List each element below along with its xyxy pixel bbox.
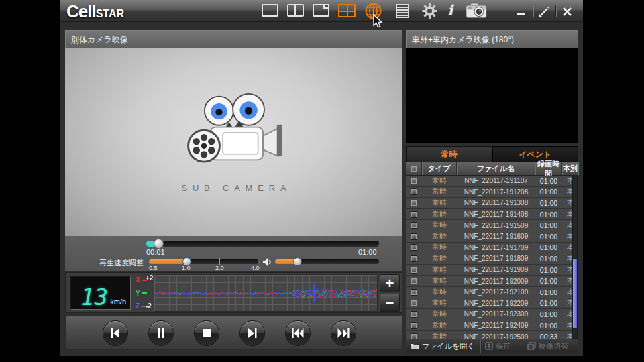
close-button[interactable] [558, 5, 576, 18]
layout-single-icon[interactable] [262, 4, 278, 17]
settings-gear-icon[interactable] [421, 3, 438, 19]
scrollbar-thumb[interactable] [573, 259, 577, 328]
resize-button[interactable] [535, 5, 553, 18]
speed-slider-fill [149, 259, 186, 264]
row-filename: NNF_220117-191609 [457, 233, 535, 240]
column-filename[interactable]: ファイル名 [457, 162, 535, 175]
speed-slider[interactable] [149, 259, 258, 264]
seek-slider-thumb[interactable] [154, 239, 164, 249]
table-row[interactable]: 常時 NNF_220117-191208 01:00 本 [406, 187, 578, 198]
row-checkbox[interactable] [411, 188, 417, 195]
logo-text-cell: Cell [66, 1, 96, 21]
layout-split-vertical-icon[interactable] [287, 4, 304, 17]
row-type: 常時 [422, 265, 457, 275]
row-checkbox[interactable] [411, 311, 417, 318]
column-type[interactable]: タイプ [422, 162, 457, 175]
row-duration: 01:00 [535, 299, 562, 307]
table-row[interactable]: 常時 NNF_220117-192509 00:33 本 [406, 331, 578, 339]
table-row[interactable]: 常時 NNF_220117-192009 01:00 本 [406, 276, 578, 287]
row-checkbox[interactable] [411, 211, 417, 218]
row-checkbox[interactable] [411, 222, 417, 229]
table-row[interactable]: 常時 NNF_220117-191509 01:00 本 [406, 220, 578, 231]
row-filename: NNF_220117-191809 [457, 255, 535, 262]
volume-slider[interactable] [275, 259, 379, 264]
table-row[interactable]: 常時 NNF_220117-191909 01:00 本 [406, 265, 578, 276]
table-row[interactable]: 常時 NNF_220117-191709 01:00 本 [406, 243, 578, 254]
row-type: 常時 [422, 254, 457, 263]
column-duration[interactable]: 録画時間 [535, 162, 562, 175]
row-checkbox[interactable] [411, 289, 417, 296]
row-checkbox[interactable] [411, 233, 417, 240]
row-checkbox[interactable] [411, 278, 417, 284]
row-checkbox[interactable] [411, 267, 417, 274]
pause-button[interactable] [148, 320, 174, 346]
row-duration: 01:00 [535, 210, 562, 219]
table-row[interactable]: 常時 NNF_220117-191308 01:00 本 [406, 198, 578, 209]
transport-bar [65, 315, 402, 350]
row-type: 常時 [422, 232, 457, 241]
snapshot-camera-icon[interactable] [466, 3, 487, 19]
open-file-button[interactable]: ファイルを開く [406, 339, 481, 353]
stop-button[interactable] [194, 320, 219, 346]
axis-y-label: Y [136, 290, 140, 297]
row-duration: 01:00 [535, 322, 562, 330]
row-duration: 01:00 [535, 266, 562, 274]
gsensor-graph [154, 274, 378, 312]
volume-icon[interactable] [262, 257, 273, 267]
gsensor-playhead[interactable] [156, 275, 156, 311]
speed-tick-05: 0.5 [149, 265, 158, 272]
seek-slider[interactable] [146, 241, 379, 247]
minimize-button[interactable] [513, 5, 530, 18]
table-row[interactable]: 常時 NNF_220117-191809 01:00 本 [406, 253, 578, 265]
file-list-scrollbar[interactable] [572, 176, 578, 339]
row-duration: 01:00 [535, 177, 562, 185]
select-all-checkbox[interactable] [411, 166, 417, 172]
layout-pip-icon[interactable] [313, 4, 329, 17]
file-actions-bar: ファイルを開く 保存 映像切替 [406, 339, 578, 353]
sub-camera-placeholder-label: SUB CAMERA [176, 183, 292, 193]
step-back-button[interactable] [103, 320, 128, 346]
table-row[interactable]: 常時 NNF_220117-192209 01:00 本 [406, 298, 578, 310]
table-row[interactable]: 常時 NNF_220117-191408 01:00 本 [406, 209, 578, 221]
row-type: 常時 [422, 288, 457, 297]
table-row[interactable]: 常時 NNF_220117-192409 01:00 本 [406, 320, 578, 332]
column-unit[interactable]: 本別 [562, 162, 578, 175]
info-icon[interactable]: i [447, 3, 453, 17]
logo-text-star: STAR [96, 8, 124, 19]
main-camera-video [406, 48, 578, 143]
table-row[interactable]: 常時 NNF_220117-192309 01:00 本 [406, 309, 578, 320]
gsensor-zoom-in-button[interactable]: + [380, 274, 400, 292]
row-filename: NNF_220117-192109 [457, 288, 535, 296]
row-duration: 01:00 [535, 221, 562, 229]
row-type: 常時 [422, 221, 457, 230]
save-button[interactable]: 保存 [481, 339, 523, 353]
log-list-icon[interactable] [396, 4, 409, 18]
table-row[interactable]: 常時 NNF_220117-191609 01:00 本 [406, 231, 578, 243]
row-checkbox[interactable] [411, 322, 417, 329]
row-filename: NNF_220117-192209 [457, 300, 535, 307]
titlebar: CellSTAR [60, 0, 583, 22]
row-filename: NNF_220117-191107 [457, 177, 535, 184]
app-window: CellSTAR [60, 0, 583, 356]
video-switch-button[interactable]: 映像切替 [523, 339, 578, 353]
row-type: 常時 [422, 310, 457, 319]
table-row[interactable]: 常時 NNF_220117-192109 01:00 本 [406, 287, 578, 298]
row-checkbox[interactable] [411, 255, 417, 262]
next-file-button[interactable] [331, 320, 356, 346]
tab-always[interactable]: 常時 [406, 146, 492, 162]
row-duration: 01:00 [535, 243, 562, 251]
row-checkbox[interactable] [411, 333, 417, 339]
table-row[interactable]: 常時 NNF_220117-191107 01:00 本 [406, 176, 578, 187]
row-filename: NNF_220117-191709 [457, 244, 535, 251]
step-forward-button[interactable] [239, 320, 265, 346]
row-filename: NNF_220117-191509 [457, 222, 535, 229]
row-checkbox[interactable] [411, 244, 417, 251]
layout-grid-icon[interactable] [338, 4, 356, 17]
volume-slider-thumb[interactable] [293, 257, 302, 266]
row-checkbox[interactable] [411, 178, 417, 184]
gsensor-zoom-out-button[interactable]: − [380, 294, 400, 312]
row-checkbox[interactable] [411, 200, 417, 206]
speed-adjust-label: 再生速度調整 [65, 258, 144, 268]
previous-file-button[interactable] [285, 320, 311, 346]
row-checkbox[interactable] [411, 300, 417, 306]
